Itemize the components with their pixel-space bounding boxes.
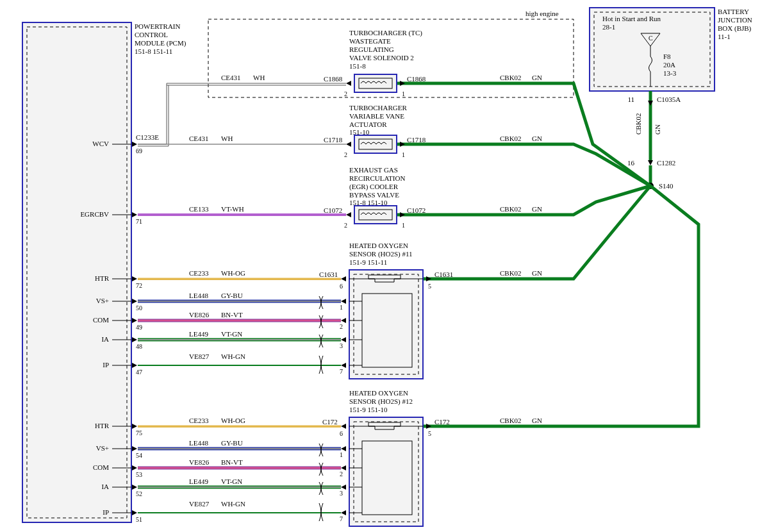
pcm-pin-num-htr2: 75 (136, 429, 142, 436)
ho12-cr: C172 (434, 418, 450, 426)
pcm-conn-c1233e: C1233E (136, 133, 159, 141)
bjb-amps: 20A (663, 61, 675, 69)
tva-pl: 2 (344, 151, 347, 158)
bjb-t1: BATTERY (718, 8, 749, 15)
svg-marker-24 (341, 337, 346, 342)
pcm-pin-num-egrcbv: 71 (136, 218, 142, 225)
w10-col: GY-BU (221, 439, 243, 447)
egr-cr: C1072 (407, 206, 426, 214)
bjb-wire-col-v: GN (654, 124, 661, 135)
pcm-pin-label-htr1: HTR (95, 274, 110, 282)
w11-id: VE826 (189, 458, 210, 466)
gn-lbl-tc-col: GN (532, 74, 542, 81)
svg-marker-23 (341, 318, 346, 323)
w1-col: WH (253, 74, 265, 81)
pcm-pin-label-egrcbv: EGRCBV (80, 210, 109, 218)
tva-pr: 1 (402, 151, 405, 158)
ho11-pr5: 5 (428, 283, 431, 290)
gn-lbl-tva-col: GN (532, 135, 542, 142)
splice-label: S140 (659, 182, 674, 190)
w12-id: LE449 (189, 478, 208, 485)
gn-lbl-tc-id: CBK02 (500, 74, 522, 81)
svg-marker-40 (341, 510, 346, 515)
ho11-p2: 2 (340, 323, 343, 330)
svg-marker-16 (400, 212, 405, 217)
pcm-pin-num-com2: 53 (136, 471, 142, 478)
svg-marker-12 (400, 142, 405, 147)
tva-t3: ACTUATOR (349, 121, 387, 128)
gn-lbl-egr-id: CBK02 (500, 205, 522, 213)
pcm-pin-num-htr1: 72 (136, 282, 142, 289)
w13-col: WH-GN (221, 500, 245, 508)
pcm-pin-arrow-com2 (132, 465, 137, 470)
ho12-t2: SENSOR (HO2S) #12 (349, 397, 413, 406)
bjb-ref: 11-1 (718, 33, 731, 40)
pcm-pin-label-vsp2: VS+ (96, 444, 109, 452)
bjb-wire-id-v: CBK02 (634, 113, 642, 135)
pcm-title-2: CONTROL (135, 31, 168, 38)
w7-id: LE449 (189, 330, 208, 338)
pcm-pin-arrow-com1 (132, 318, 137, 323)
wire-ce431-tc (138, 83, 346, 146)
bjb-t2: JUNCTION (718, 16, 752, 24)
svg-marker-39 (341, 485, 346, 490)
tc-t2: WASTEGATE (349, 37, 391, 45)
pcm-title-1: POWERTRAIN (135, 22, 181, 30)
svg-rect-5 (354, 74, 397, 92)
w6-id: VE826 (189, 311, 210, 319)
bjb-c1282: C1282 (657, 159, 675, 167)
pcm-pin-arrow-htr2 (132, 424, 137, 429)
bjb-t3: BOX (BJB) (718, 24, 752, 33)
w3-id: CE133 (189, 205, 209, 213)
ho12-p3: 3 (340, 490, 343, 497)
svg-rect-9 (354, 135, 397, 153)
w12-col: VT-GN (221, 478, 242, 485)
ho11-cr: C1631 (434, 270, 453, 278)
w2-id: CE431 (189, 135, 209, 142)
ho12-pl6: 6 (340, 430, 343, 437)
shield-twist-ho11 (319, 296, 323, 374)
bjb-hotref: 28-1 (602, 23, 615, 31)
svg-marker-35 (341, 424, 346, 429)
egr-t3: (EGR) COOLER (349, 183, 399, 191)
svg-marker-2 (648, 101, 653, 106)
tc-cl: C1868 (324, 75, 343, 83)
ho11-pl6: 6 (340, 283, 343, 290)
tva-t1: TURBOCHARGER (349, 104, 408, 112)
ho12-t1: HEATED OXYGEN (349, 389, 408, 397)
gn-lbl-egr-col: GN (532, 205, 542, 213)
svg-marker-25 (341, 363, 346, 368)
tc-ref: 151-8 (349, 62, 366, 70)
gn-lbl-tva-id: CBK02 (500, 135, 522, 142)
w4-col: WH-OG (221, 269, 245, 277)
pcm-pin-num-ia1: 48 (136, 343, 142, 350)
pcm-pin-label-com2: COM (93, 463, 109, 471)
pcm-pin-arrow-egrcbv (132, 212, 137, 217)
gn-to-ho12 (423, 186, 699, 426)
gn-lbl-ho11-id: CBK02 (500, 269, 522, 277)
ho11-t1: HEATED OXYGEN (349, 242, 408, 249)
gn-lbl-ho12-id: CBK02 (500, 417, 522, 424)
pcm-pin-arrow-ia1 (132, 337, 137, 342)
w8-col: WH-GN (221, 353, 245, 360)
w13-id: VE827 (189, 500, 210, 508)
gn-to-egr (397, 186, 650, 215)
tva-cr: C1718 (407, 136, 426, 144)
gn-to-tc (397, 83, 650, 186)
pcm-pin-num-ip1: 47 (136, 369, 142, 376)
tva-t2: VARIABLE VANE (349, 112, 404, 120)
tc-pr: 1 (402, 90, 405, 97)
bjb-c1035a-pin: 11 (627, 96, 634, 103)
ho12-pr5: 5 (428, 430, 431, 437)
pcm-pin-num-wcv: 69 (136, 147, 142, 154)
egr-pr: 1 (402, 222, 405, 229)
tc-t1: TURBOCHARGER (TC) (349, 29, 422, 37)
comp-ho11: HEATED OXYGEN SENSOR (HO2S) #11 151-9 15… (319, 242, 453, 379)
w10-id: LE448 (189, 439, 208, 447)
pcm-pin-label-htr2: HTR (95, 422, 110, 429)
w6-col: BN-VT (221, 311, 243, 319)
ho12-ref: 151-9 151-10 (349, 406, 388, 413)
w8-id: VE827 (189, 353, 210, 360)
ho11-p3: 3 (340, 342, 343, 349)
svg-marker-22 (341, 299, 346, 304)
